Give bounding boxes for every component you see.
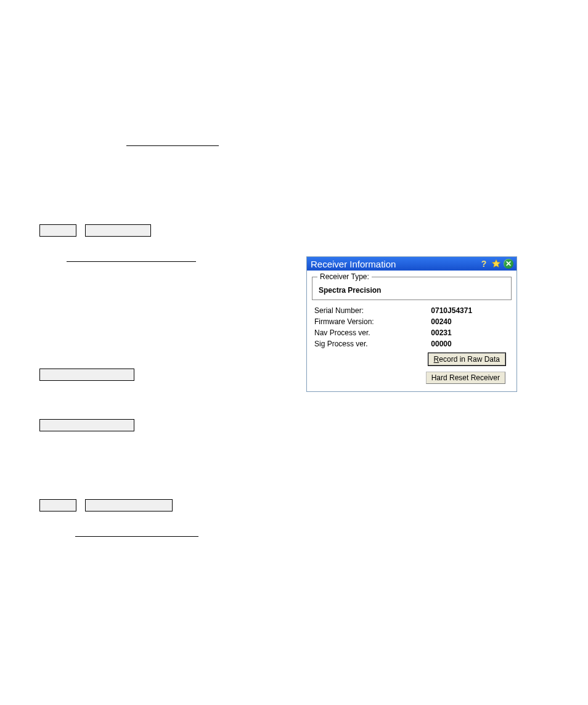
table-row: Serial Number: 0710J54371 xyxy=(312,305,512,316)
dialog-title: Receiver Information xyxy=(311,259,477,269)
table-row: Sig Process ver. 00000 xyxy=(312,338,512,349)
table-row: Firmware Version: 00240 xyxy=(312,316,512,327)
help-icon[interactable]: ? xyxy=(478,258,489,269)
decoration-btn-1 xyxy=(39,369,134,381)
decoration-row-1 xyxy=(39,224,151,237)
sig-process-label: Sig Process ver. xyxy=(312,338,420,349)
dialog-receiver-information: Receiver Information ? ✕ Receiver Type: … xyxy=(306,256,517,392)
dialog-buttons: Record in Raw Data Hard Reset Receiver xyxy=(312,349,512,384)
close-icon[interactable]: ✕ xyxy=(503,258,514,269)
nav-process-value: 00231 xyxy=(420,327,512,338)
info-table: Serial Number: 0710J54371 Firmware Versi… xyxy=(312,305,512,349)
dialog-body: Receiver Type: Spectra Precision Serial … xyxy=(307,271,517,384)
titlebar: Receiver Information ? ✕ xyxy=(307,257,517,271)
record-mnemonic: R xyxy=(434,355,439,364)
sig-process-value: 00000 xyxy=(420,338,512,349)
receiver-type-label: Receiver Type: xyxy=(317,272,372,281)
decoration-line-3 xyxy=(75,528,198,539)
favorite-star-icon[interactable] xyxy=(491,258,502,269)
record-rest: ecord in Raw Data xyxy=(439,355,500,364)
receiver-type-group: Receiver Type: Spectra Precision xyxy=(312,277,512,300)
record-raw-data-button[interactable]: Record in Raw Data xyxy=(428,353,505,365)
table-row: Nav Process ver. 00231 xyxy=(312,327,512,338)
decoration-line-2 xyxy=(67,253,196,264)
decoration-row-2 xyxy=(39,499,173,511)
serial-number-label: Serial Number: xyxy=(312,305,420,316)
decoration-btn-2 xyxy=(39,419,134,431)
firmware-version-label: Firmware Version: xyxy=(312,316,420,327)
receiver-type-value: Spectra Precision xyxy=(317,286,506,296)
nav-process-label: Nav Process ver. xyxy=(312,327,420,338)
firmware-version-value: 00240 xyxy=(420,316,512,327)
decoration-line-1 xyxy=(126,137,219,148)
serial-number-value: 0710J54371 xyxy=(420,305,512,316)
hard-reset-button[interactable]: Hard Reset Receiver xyxy=(426,372,505,384)
